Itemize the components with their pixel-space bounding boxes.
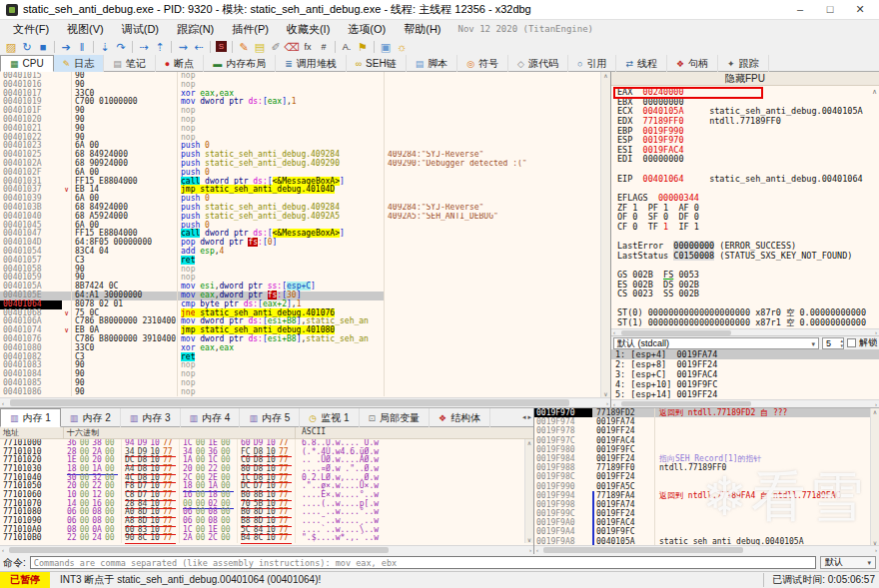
dump-hscrollbar[interactable]: ‹› [0,545,533,554]
stack-row[interactable]: 0019F9740019FA74 [534,417,879,426]
tab-script[interactable]: ▤脚本 [407,55,458,72]
run-to-cursor-icon[interactable]: ⇢ [136,39,152,55]
maximize-button[interactable]: □ [815,0,845,19]
argument-row[interactable]: 3: [esp+C] 0019FAC4 [611,369,879,379]
tab-dump1[interactable]: ▥内存 1 [0,408,61,427]
register-line[interactable]: EDI 00000000 [617,155,879,165]
tab-handles[interactable]: ❖句柄 [667,55,718,72]
registers-vscrollbar[interactable]: ∧ [872,88,877,96]
command-input[interactable] [30,556,816,569]
disassembly-hscrollbar[interactable]: ‹› [0,397,610,407]
calling-convention-select[interactable]: 默认 (stdcall)▾ [613,337,819,349]
eraser-icon[interactable]: ⌫ [284,39,300,55]
dump-row[interactable]: 771010B022002400908C10772A002C00B48C1077… [0,534,533,543]
disasm-row[interactable]: 0040101590nop [0,72,610,81]
stack-row[interactable]: 0019F98877189FF0ntdll.77189FF0 [534,463,879,472]
fx-icon[interactable]: fx [300,39,316,55]
disasm-row[interactable]: 0040101F90nop [0,107,610,116]
tab-notes[interactable]: ▤笔记 [104,55,156,72]
stack-row[interactable]: 0019F9840019FF24指向SEH_Record[1]的指针 [534,454,879,463]
disasm-row[interactable]: 0040102090nop [0,116,610,125]
disasm-row[interactable]: 00401057C3ret [0,257,610,266]
hide-fpu-button[interactable]: 隐藏FPU [611,72,879,86]
tab-struct[interactable]: ❖结构体 [430,408,490,427]
stack-pane[interactable]: 0019F97077189FD2返回到 ntdll.77189FD2 自 ???… [534,408,879,554]
disasm-row[interactable]: 0040108390nop [0,361,610,370]
disasm-row[interactable]: 0040102190nop [0,125,610,134]
favourites-icon[interactable]: ⚑ [355,39,371,55]
memory-dump-pane[interactable]: ▥内存 1▥内存 2▥内存 3▥内存 4▥内存 5◷监视 1⊡局部变量❖结构体◂… [0,408,534,554]
font-icon[interactable]: A. [339,39,355,55]
menu-item-d[interactable]: 调试(D) [113,20,168,38]
disasm-row[interactable]: 0040105890nop [0,266,610,275]
registers-hscrollbar[interactable]: ‹› [611,328,879,336]
notes-icon[interactable]: ▤ [252,39,268,55]
stack-hscrollbar[interactable]: ‹› [534,545,879,554]
stack-row[interactable]: 0019F97077189FD2返回到 ntdll.77189FD2 自 ??? [534,408,879,417]
dump-vscrollbar[interactable]: ∧∨ [524,439,533,543]
stack-row[interactable]: 0019F97C0019FAC4 [534,436,879,445]
tab-references[interactable]: ○引用 [568,55,616,72]
argument-row[interactable]: 2: [esp+8] 0019FF24 [611,359,879,369]
stack-row[interactable]: 0019F99477189FA4返回到 ntdll.77189FA4 自 ntd… [534,491,879,500]
register-line[interactable]: ST(1) 00000000000000000000 x87r1 空 0.000… [617,318,879,328]
disasm-row[interactable]: 0040108033C0xor eax,eax [0,344,610,353]
argument-row[interactable]: 5: [esp+14] 0019FF24 [611,389,879,399]
minimize-button[interactable]: – [785,0,815,19]
disasm-row[interactable]: 0040108490nop [0,370,610,379]
dump-tab-scroll-buttons[interactable]: ◂▸ [522,408,533,426]
windows-icon[interactable]: ▣ [378,39,394,55]
step-out-icon[interactable]: ⇡ [152,39,168,55]
stack-row[interactable]: 0019F99C0019FF24 [534,509,879,518]
patches-icon[interactable]: ✐ [268,39,284,55]
tab-memory-map[interactable]: ▬内存布局 [204,55,276,72]
menu-item-h[interactable]: 帮助(H) [395,20,449,38]
menu-item-n[interactable]: 跟踪(N) [168,20,223,38]
step-over-icon[interactable]: ↷ [113,39,129,55]
close-button[interactable]: ✕ [845,0,875,19]
tab-seh[interactable]: ∞SEH链 [347,55,407,72]
disasm-row[interactable]: 00401082C3ret [0,353,610,362]
argument-count-stepper[interactable]: 5▴▾ [822,337,844,349]
tab-log[interactable]: ✎日志 [54,55,105,72]
tab-threads[interactable]: ⇄线程 [616,55,667,72]
tab-source[interactable]: ◇源代码 [508,55,568,72]
arguments-hscrollbar[interactable]: ‹› [611,399,879,407]
restart-icon[interactable]: ↻ [19,39,35,55]
stack-vscrollbar[interactable]: ∧∨ [870,408,879,546]
tab-dump4[interactable]: ▥内存 4 [181,408,241,427]
stepper-arrows-icon[interactable]: ▴▾ [840,338,843,348]
menu-item-f[interactable]: 文件(F) [4,20,58,38]
menu-item-i[interactable]: 收藏夹(I) [278,20,339,38]
register-line[interactable]: EIP 00401064 static_seh_anti_debug.00401… [617,175,879,185]
menu-item-o[interactable]: 选项(O) [339,20,395,38]
tab-cpu[interactable]: ▦CPU [0,55,54,72]
tab-locals[interactable]: ⊡局部变量 [360,408,431,427]
register-line[interactable]: CS 0023 SS 002B [617,290,879,299]
disassembly-vscrollbar[interactable]: ∧∨ [600,72,610,397]
tab-dump3[interactable]: ▥内存 3 [121,408,181,427]
register-line[interactable]: LastStatus C0150008 (STATUS_SXS_KEY_NOT_… [617,252,879,262]
step-into-icon[interactable]: ⇣ [97,39,113,55]
tab-symbols[interactable]: ◎符号 [457,55,508,72]
command-profile-select[interactable]: 默认▾ [820,556,876,569]
tab-call-stack[interactable]: ≣调用堆栈 [276,55,347,72]
disasm-row[interactable]: 00401019C700 01000000mov dword ptr ds:[e… [0,98,610,107]
stop-icon[interactable]: ■ [35,39,51,55]
open-file-icon[interactable]: ▨ [3,39,19,55]
stack-row[interactable]: 0019F9A80040105Astatic_seh_anti_debug.00… [534,537,879,545]
register-line[interactable]: CF 0 TF 1 IF 1 [617,223,879,233]
stack-row[interactable]: 0019F9980019FA74 [534,500,879,509]
stack-row[interactable]: 0019F9800019F9FC [534,445,879,454]
bulb-icon[interactable]: ☼ [394,39,410,55]
argument-row[interactable]: 4: [esp+10] 0019F9FC [611,379,879,389]
disassembly-pane[interactable]: 0040101590nop0040101690nop0040101733C0xo… [0,72,611,407]
unlock-checkbox[interactable] [847,338,856,347]
pause-icon[interactable]: ‖ [74,39,90,55]
tab-watch1[interactable]: ◷监视 1 [300,408,359,427]
stack-row[interactable]: 0019F9780019FF24 [534,426,879,435]
argument-row[interactable]: 1: [esp+4] 0019FA74 [611,349,879,359]
disasm-row[interactable]: 0040105483C4 04add esp,4 [0,248,610,257]
trace-into-icon[interactable]: ⇠ [191,39,207,55]
disasm-row[interactable]: 0040108590nop [0,379,610,388]
